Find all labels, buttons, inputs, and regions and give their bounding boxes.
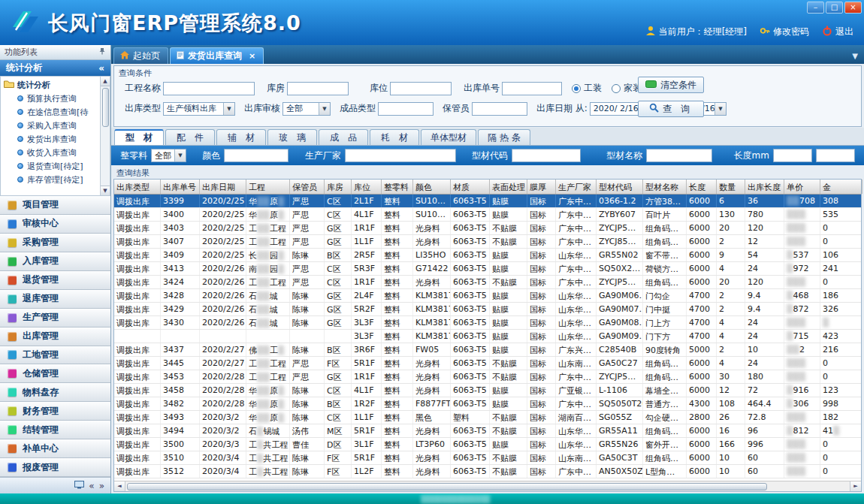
table-row[interactable]: 调拨出库34582020/2/28华▒▒原▒陈琳C区4L1F整料光身料6063-… [114,384,861,397]
pin-icon[interactable] [98,47,106,57]
keeper-input[interactable] [472,102,527,116]
material-tab-7[interactable]: 隔 热 条 [478,129,530,145]
material-tab-3[interactable]: 玻 璃 [267,129,317,145]
table-row[interactable]: 调拨出库34242020/2/26工▒▒工程严思C区1R1F整料光身料6063-… [114,276,861,289]
horizontal-scrollbar[interactable]: ◄ ► [114,481,861,491]
column-header[interactable]: 型材代码 [597,180,643,194]
sidebar-module-3[interactable]: 入库管理 [0,252,110,271]
nav-left-icon[interactable]: « [89,481,94,491]
project-name-input[interactable] [163,82,255,95]
column-header[interactable]: 出库类型 [114,180,161,194]
table-row[interactable]: 调拨出库34002020/2/25华▒▒原▒严思C区4L1F整料SU10…606… [114,208,861,222]
column-header[interactable]: 出库日期 [200,180,246,194]
table-row[interactable]: 调拨出库35002020/3/3工▒共工程曹佳D区3L1F整料LT3P60606… [114,438,861,451]
sidebar-module-12[interactable]: 结转管理 [0,421,110,439]
table-row[interactable]: 调拨出库33992020/2/25华▒▒原▒严思C区2L1F整料SU10…606… [114,195,861,208]
column-header[interactable]: 工程 [246,180,290,194]
scroll-up-icon[interactable]: ▲ [101,77,110,86]
table-row[interactable]: 调拨出库34822020/2/28华▒▒原▒陈琳B区1R2F整料F8877FT6… [114,397,861,411]
change-password-link[interactable]: 修改密码 [760,26,809,38]
column-header[interactable]: 保管员 [290,180,325,194]
scroll-right-icon[interactable]: ► [850,481,861,491]
column-header[interactable]: 出库单号 [161,180,200,194]
outbound-no-input[interactable] [502,82,562,95]
column-header[interactable]: 表面处理 [490,180,527,194]
scroll-left-icon[interactable]: ◄ [114,481,125,491]
radio-home-decor[interactable]: 家装 [612,82,642,95]
table-row[interactable]: 调拨出库34302020/2/26石▒▒城陈琳G区3L3F整料KLM381760… [114,316,861,330]
material-tab-0[interactable]: 型 材 [114,129,164,145]
table-row[interactable]: 调拨出库34092020/2/25长▒▒园▒陈琳B区2R5F整料LI35HO60… [114,249,861,262]
whole-part-select[interactable]: 全部 ▼ [151,149,186,162]
column-header[interactable]: 整零料 [382,180,413,194]
column-header[interactable]: 数量 [717,180,745,194]
tree-item[interactable]: 预算执行查询 [4,92,99,105]
table-row[interactable]: 调拨出库35122020/3/4工▒共工程陈琳F区1L2F整料光身料6063-T… [114,465,861,478]
column-header[interactable]: 材质 [451,180,490,194]
tab-start-page[interactable]: 起始页 [113,47,168,64]
sidebar-group-statistics[interactable]: 统计分析 « [0,60,110,76]
table-row[interactable]: 调拨出库34072020/2/25工▒▒工程严思G区1L1F整料光身料6063-… [114,235,861,249]
table-row[interactable]: 调拨出库34942020/3/2石▒锡城汤伟M区5R1F整料光身料6063-T5… [114,424,861,438]
search-button[interactable]: 查 询 [638,101,704,117]
column-header[interactable]: 膜厚 [527,180,556,194]
sidebar-module-11[interactable]: 财务管理 [0,402,110,421]
sidebar-module-10[interactable]: 物料盘存 [0,383,110,402]
sidebar-module-7[interactable]: 出库管理 [0,327,110,346]
sidebar-module-2[interactable]: 采购管理 [0,234,110,252]
tab-overflow-icon[interactable]: ▼ [852,52,858,60]
sidebar-module-13[interactable]: 补单中心 [0,439,110,458]
column-header[interactable]: 颜色 [413,180,451,194]
minimize-button[interactable]: － [807,2,824,14]
material-tab-5[interactable]: 耗 材 [370,129,419,145]
tab-close-icon[interactable]: × [249,51,255,61]
sidebar-module-1[interactable]: 审核中心 [0,215,110,234]
sidebar-module-8[interactable]: 工地管理 [0,346,110,365]
tree-root[interactable]: 统计分析 [4,78,99,92]
column-header[interactable]: 金 [820,180,862,194]
tree-item[interactable]: 退货查询[待定] [4,159,99,173]
material-tab-6[interactable]: 单体型材 [421,129,476,145]
table-row[interactable]: 调拨出库35102020/3/4工▒共工程陈琳F区5R1F整料光身料6063-T… [114,451,861,465]
column-header[interactable]: 型材名称 [643,180,687,194]
table-row[interactable]: 调拨出库34372020/2/27佛▒▒工▒陈琳B区3R6F整料FW056063… [114,343,861,357]
table-row[interactable]: 调拨出库34132020/2/26南▒▒园▒严思C区5R3F整料G7142260… [114,262,861,276]
scroll-down-icon[interactable]: ▼ [101,186,110,195]
tree-item[interactable]: 采购入库查询 [4,119,99,132]
material-tab-2[interactable]: 辅 材 [216,129,266,145]
monitor-icon[interactable] [74,481,84,491]
table-row[interactable]: 调拨出库34032020/2/25工▒▒工程严思G区1R1F整料光身料6063-… [114,222,861,235]
location-input[interactable] [390,82,452,95]
logout-button[interactable]: 退出 [822,26,853,38]
table-row[interactable]: 调拨出库34282020/2/26石▒▒城陈琳G区2L4F整料KLM381760… [114,289,861,303]
tree-scrollbar[interactable]: ▲ ▼ [100,77,110,195]
product-type-input[interactable] [378,102,434,116]
length-min-input[interactable] [773,149,812,162]
nav-right-icon[interactable]: » [99,481,104,491]
sidebar-module-5[interactable]: 退库管理 [0,290,110,309]
column-header[interactable]: 库房 [325,180,352,194]
length-max-input[interactable] [816,149,855,162]
clear-conditions-button[interactable]: 清空条件 [638,77,704,93]
tree-item[interactable]: 库存管理[待定] [4,173,99,186]
sidebar-module-0[interactable]: 项目管理 [0,196,110,215]
maximize-button[interactable]: □ [826,2,843,14]
column-header[interactable]: 库位 [352,180,382,194]
column-header[interactable]: 出库长度 [745,180,784,194]
manufacturer-input[interactable] [345,149,456,162]
column-header[interactable]: 长度 [687,180,717,194]
tree-item[interactable]: 在途信息查询[待 [4,105,99,119]
tree-item[interactable]: 收货入库查询 [4,146,99,159]
color-input[interactable] [224,149,289,162]
column-header[interactable]: 生产厂家 [556,180,597,194]
profile-name-input[interactable] [646,149,712,162]
sidebar-module-9[interactable]: 仓储管理 [0,364,110,383]
scroll-thumb[interactable] [102,88,109,127]
warehouse-input[interactable] [287,82,349,95]
tree-item[interactable]: 发货出库查询 [4,132,99,146]
sidebar-module-6[interactable]: 生产管理 [0,309,110,327]
column-header[interactable]: 单价 [784,180,820,194]
sidebar-module-4[interactable]: 退货管理 [0,271,110,290]
close-button[interactable]: × [844,2,862,14]
material-tab-1[interactable]: 配 件 [165,129,215,145]
